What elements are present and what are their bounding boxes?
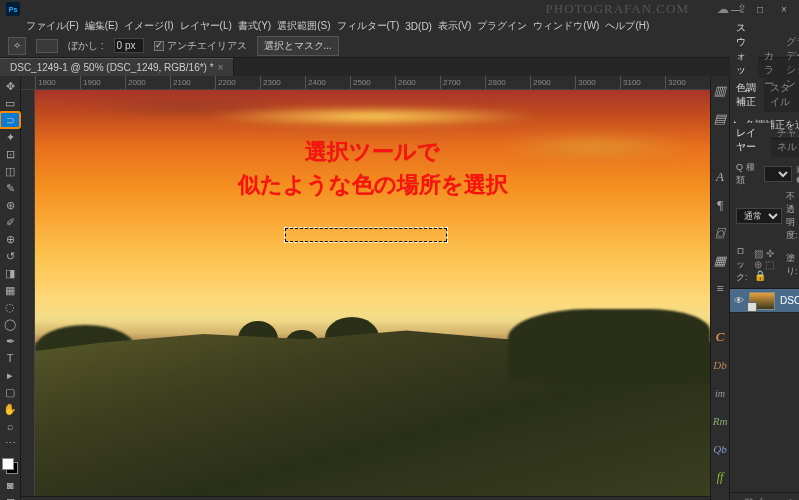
glyphs-panel-icon[interactable]: ⌼ <box>711 224 729 242</box>
frame-tool[interactable]: ◫ <box>0 163 20 179</box>
menu-plugin[interactable]: プラグイン <box>475 19 529 33</box>
tab-adjustments[interactable]: 色調補正 <box>730 78 764 112</box>
properties-icon[interactable]: ▤ <box>711 110 729 128</box>
menu-window[interactable]: ウィンドウ(W) <box>531 19 601 33</box>
eyedropper-tool[interactable]: ✎ <box>0 180 20 196</box>
layer-filter-label: Q 種類 <box>736 161 760 187</box>
cloud-icon[interactable]: ☁ <box>717 2 729 16</box>
tab-styles[interactable]: スタイル <box>764 78 798 112</box>
annotation-overlay: 選択ツールで 似たような色の場所を選択 <box>35 135 710 201</box>
gradient-tool[interactable]: ▦ <box>0 282 20 298</box>
horizontal-ruler: 1800190020002100220023002400250026002700… <box>21 76 710 90</box>
close-window-button[interactable]: × <box>777 4 791 15</box>
right-panel-stack: スウォッチ カラー グラデーション Hub 色調補正 スタイル CC ライブラリ… <box>729 76 799 500</box>
menu-edit[interactable]: 編集(E) <box>83 19 120 33</box>
libraries-icon[interactable]: ▥ <box>711 82 729 100</box>
visibility-icon[interactable]: 👁 <box>734 295 744 306</box>
menu-filter[interactable]: フィルター(T) <box>335 19 402 33</box>
antialias-label: アンチエイリアス <box>167 40 247 51</box>
character-panel-icon[interactable]: A <box>711 168 729 186</box>
fill-label: 塗り: <box>786 252 798 278</box>
active-tool-preview[interactable]: ✧ <box>8 37 26 55</box>
document-tab-close-icon[interactable]: × <box>218 62 224 73</box>
plugin-c-icon[interactable]: C <box>711 328 729 346</box>
minimize-button[interactable]: — <box>729 4 743 15</box>
document-tab[interactable]: DSC_1249-1 @ 50% (DSC_1249, RGB/16*) * × <box>0 58 234 76</box>
pen-tool[interactable]: ✒ <box>0 333 20 349</box>
blend-mode-select[interactable]: 通常 <box>736 208 782 224</box>
lasso-tool[interactable]: ⊃ <box>0 112 20 128</box>
marquee-selection[interactable] <box>285 228 447 242</box>
tab-layers[interactable]: レイヤー <box>730 123 771 157</box>
path-select-tool[interactable]: ▸ <box>0 367 20 383</box>
opacity-label: 不透明度: <box>786 190 798 242</box>
paragraph-panel-icon[interactable]: ¶ <box>711 196 729 214</box>
layer-name[interactable]: DSC_1249 <box>780 295 799 306</box>
feather-input[interactable] <box>114 38 144 53</box>
select-and-mask-button[interactable]: 選択とマスク... <box>257 36 339 56</box>
lock-icons-group[interactable]: ▨ ✜ ⊕ ⬚ 🔒 <box>754 248 782 281</box>
swatches-panel-icon[interactable]: ▦ <box>711 252 729 270</box>
styles-panel-icon[interactable]: ≡ <box>711 280 729 298</box>
menu-3d[interactable]: 3D(D) <box>403 21 434 32</box>
crop-tool[interactable]: ⊡ <box>0 146 20 162</box>
menu-image[interactable]: イメージ(I) <box>122 19 175 33</box>
canvas-area[interactable]: 選択ツールで 似たような色の場所を選択 <box>35 90 710 496</box>
plugin-im-icon[interactable]: im <box>711 384 729 402</box>
tool-palette: ✥ ▭ ⊃ ✦ ⊡ ◫ ✎ ⊛ ✐ ⊕ ↺ ◨ ▦ ◌ ◯ ✒ T ▸ ▢ ✋ … <box>0 76 21 500</box>
move-tool[interactable]: ✥ <box>0 78 20 94</box>
brush-tool[interactable]: ✐ <box>0 214 20 230</box>
type-tool[interactable]: T <box>0 350 20 366</box>
vertical-ruler <box>21 90 35 496</box>
quick-mask-tool[interactable]: ◙ <box>0 477 20 493</box>
feather-label: ぼかし : <box>68 39 104 53</box>
plugin-qb-icon[interactable]: Qb <box>711 440 729 458</box>
zoom-tool[interactable]: ⌕ <box>0 418 20 434</box>
shape-tool[interactable]: ▢ <box>0 384 20 400</box>
menu-view[interactable]: 表示(V) <box>436 19 473 33</box>
menu-layer[interactable]: レイヤー(L) <box>178 19 234 33</box>
color-swatches[interactable] <box>0 456 20 476</box>
edit-toolbar[interactable]: ⋯ <box>0 435 20 451</box>
hand-tool[interactable]: ✋ <box>0 401 20 417</box>
tab-channels[interactable]: チャンネル <box>771 123 799 157</box>
plugin-ff-icon[interactable]: ff <box>711 468 729 486</box>
options-bar: ✧ ぼかし : アンチエイリアス 選択とマスク... <box>0 34 799 58</box>
layer-filter-type[interactable] <box>764 166 792 182</box>
screen-mode-tool[interactable]: ⊞ <box>0 494 20 500</box>
layer-item[interactable]: 👁 DSC_1249 <box>730 289 799 313</box>
plugin-rm-icon[interactable]: Rm <box>711 412 729 430</box>
plugin-db-icon[interactable]: Db <box>711 356 729 374</box>
antialias-checkbox[interactable] <box>154 41 164 51</box>
maximize-button[interactable]: □ <box>753 4 767 15</box>
lock-label: ロック: <box>736 245 750 284</box>
clone-stamp-tool[interactable]: ⊕ <box>0 231 20 247</box>
collapsed-panel-strip: ▥ ▤ A ¶ ⌼ ▦ ≡ C Db im Rm Qb ff <box>710 76 729 500</box>
history-brush-tool[interactable]: ↺ <box>0 248 20 264</box>
layers-footer: ⛓ fx ◙ ◐ ▢ ⊞ 🗑 <box>730 492 799 500</box>
watermark-text: PHOTOGRAFAN.COM <box>546 1 689 17</box>
document-tab-label: DSC_1249-1 @ 50% (DSC_1249, RGB/16*) * <box>10 62 214 73</box>
menu-select[interactable]: 選択範囲(S) <box>275 19 332 33</box>
blur-tool[interactable]: ◌ <box>0 299 20 315</box>
menu-help[interactable]: ヘルプ(H) <box>603 19 651 33</box>
eraser-tool[interactable]: ◨ <box>0 265 20 281</box>
menu-type[interactable]: 書式(Y) <box>236 19 273 33</box>
foreground-color[interactable] <box>2 458 14 470</box>
menu-bar: ファイル(F) 編集(E) イメージ(I) レイヤー(L) 書式(Y) 選択範囲… <box>0 18 799 34</box>
magic-wand-tool[interactable]: ✦ <box>0 129 20 145</box>
menu-file[interactable]: ファイル(F) <box>24 19 81 33</box>
layer-thumbnail[interactable] <box>749 292 775 310</box>
photoshop-logo: Ps <box>6 2 20 16</box>
spot-heal-tool[interactable]: ⊛ <box>0 197 20 213</box>
dodge-tool[interactable]: ◯ <box>0 316 20 332</box>
layers-list: 👁 DSC_1249 <box>730 289 799 492</box>
status-bar: 50% ファイル : 137.3M/137.3M > <box>21 496 710 500</box>
marquee-tool[interactable]: ▭ <box>0 95 20 111</box>
selection-mode-dropdown[interactable] <box>36 39 58 53</box>
